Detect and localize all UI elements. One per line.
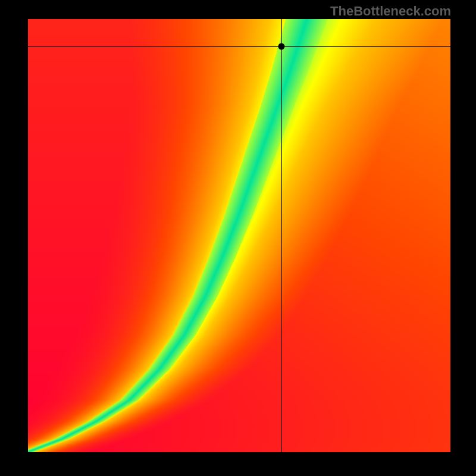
data-point-marker bbox=[278, 43, 285, 49]
crosshair-horizontal bbox=[28, 46, 450, 47]
heatmap-canvas bbox=[28, 19, 450, 452]
heatmap-plot bbox=[28, 19, 450, 452]
crosshair-vertical bbox=[281, 19, 282, 452]
watermark-text: TheBottleneck.com bbox=[330, 4, 451, 19]
chart-container: TheBottleneck.com bbox=[0, 0, 476, 476]
